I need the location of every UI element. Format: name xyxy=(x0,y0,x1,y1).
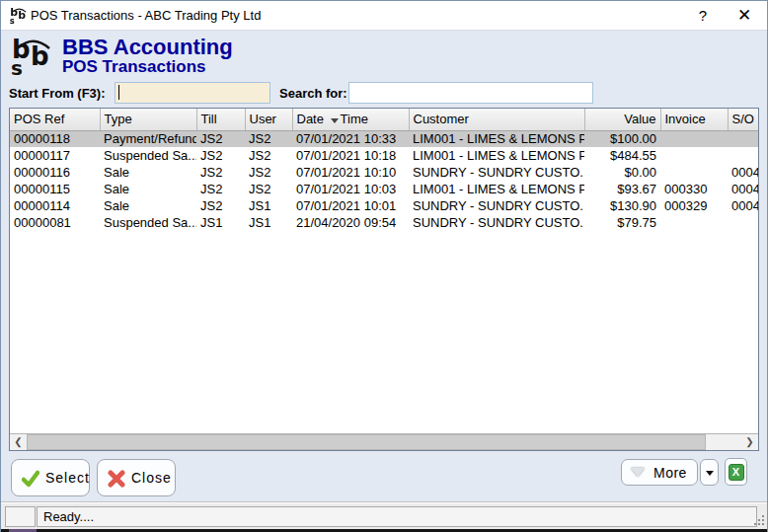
cell-user: JS2 xyxy=(245,130,292,147)
title-bar: b b s POS Transactions - ABC Trading Pty… xyxy=(1,1,767,31)
start-from-input[interactable] xyxy=(115,82,270,104)
transactions-grid: POS RefTypeTillUserDate TimeCustomerValu… xyxy=(9,108,759,451)
table-row[interactable]: 00000118Payment/RefundJS2JS207/01/2021 1… xyxy=(10,130,758,147)
column-header-user[interactable]: User xyxy=(245,109,292,130)
cell-till: JS2 xyxy=(196,164,245,181)
cell-so: 00042 xyxy=(728,197,758,214)
column-header-till[interactable]: Till xyxy=(196,109,245,130)
cell-user: JS2 xyxy=(245,147,292,164)
search-for-label: Search for: xyxy=(279,86,347,101)
cell-customer: SUNDRY - SUNDRY CUSTO... xyxy=(409,164,584,181)
cell-so xyxy=(728,214,758,231)
close-icon[interactable]: ✕ xyxy=(728,1,761,31)
cell-date-time: 07/01/2021 10:10 xyxy=(292,164,409,181)
cell-date-time: 21/04/2020 09:54 xyxy=(292,214,409,231)
more-button-label: More xyxy=(653,465,687,481)
cell-till: JS2 xyxy=(196,181,245,197)
cell-user: JS2 xyxy=(245,181,292,197)
cell-pos-ref: 00000115 xyxy=(10,181,100,197)
resize-grip[interactable] xyxy=(754,515,765,526)
column-header-so[interactable]: S/O xyxy=(728,109,758,130)
cell-till: JS2 xyxy=(196,130,245,147)
more-button[interactable]: More xyxy=(621,459,698,486)
cell-till: JS2 xyxy=(196,147,245,164)
column-header-pos-ref[interactable]: POS Ref xyxy=(10,109,100,130)
cell-pos-ref: 00000081 xyxy=(10,214,100,231)
column-header-type[interactable]: Type xyxy=(100,109,196,130)
cell-value: $484.55 xyxy=(584,147,660,164)
cell-type: Payment/Refund xyxy=(100,130,196,147)
cell-so xyxy=(728,130,758,147)
cell-customer: SUNDRY - SUNDRY CUSTO... xyxy=(409,197,584,214)
excel-icon: X xyxy=(729,464,744,481)
cell-invoice xyxy=(660,130,728,147)
help-button[interactable]: ? xyxy=(686,1,720,31)
cell-so xyxy=(728,147,758,164)
close-button[interactable]: Close xyxy=(97,459,176,496)
cell-till: JS1 xyxy=(196,214,245,231)
text-cursor xyxy=(118,85,119,100)
grid-header-row: POS RefTypeTillUserDate TimeCustomerValu… xyxy=(10,109,758,130)
cell-value: $100.00 xyxy=(584,130,660,147)
cell-user: JS2 xyxy=(245,164,292,181)
cell-type: Suspended Sa... xyxy=(100,147,196,164)
column-header-invoice[interactable]: Invoice xyxy=(660,109,728,130)
start-from-label: Start From (F3): xyxy=(9,86,106,101)
window-title: POS Transactions - ABC Trading Pty Ltd xyxy=(31,8,261,23)
cell-type: Sale xyxy=(100,164,196,181)
cell-value: $0.00 xyxy=(584,164,660,181)
cell-date-time: 07/01/2021 10:18 xyxy=(292,147,409,164)
scroll-left-icon[interactable]: ❮ xyxy=(10,434,27,450)
search-for-input[interactable] xyxy=(348,82,593,104)
status-message: Ready.... xyxy=(37,506,757,527)
cell-date-time: 07/01/2021 10:01 xyxy=(292,197,409,214)
cell-pos-ref: 00000116 xyxy=(10,164,100,181)
page-title: POS Transactions xyxy=(62,57,206,77)
select-button[interactable]: Select xyxy=(11,459,90,496)
cell-invoice xyxy=(660,164,728,181)
cell-customer: SUNDRY - SUNDRY CUSTO... xyxy=(409,214,584,231)
table-row[interactable]: 00000117Suspended Sa...JS2JS207/01/2021 … xyxy=(10,147,758,164)
table-row[interactable]: 00000115SaleJS2JS207/01/2021 10:03LIM001… xyxy=(10,181,758,197)
logo-arc xyxy=(9,38,54,84)
cell-value: $79.75 xyxy=(584,214,660,231)
cell-customer: LIM001 - LIMES & LEMONS P... xyxy=(409,181,584,197)
cell-invoice: 000330 xyxy=(660,181,728,197)
scrollbar-thumb[interactable] xyxy=(27,434,706,450)
cell-invoice xyxy=(660,214,728,231)
cell-type: Sale xyxy=(100,197,196,214)
app-icon: b b s xyxy=(9,8,17,16)
export-excel-button[interactable]: X xyxy=(725,458,747,486)
cell-pos-ref: 00000118 xyxy=(10,130,100,147)
table-row[interactable]: 00000116SaleJS2JS207/01/2021 10:10SUNDRY… xyxy=(10,164,758,181)
status-left-panel xyxy=(5,506,36,527)
grid-viewport: POS RefTypeTillUserDate TimeCustomerValu… xyxy=(10,109,758,433)
horizontal-scrollbar[interactable]: ❮ ❯ xyxy=(10,433,758,450)
cell-so: 00043 xyxy=(728,181,758,197)
cell-customer: LIM001 - LIMES & LEMONS P... xyxy=(409,130,584,147)
more-dropdown-button[interactable] xyxy=(700,459,719,486)
column-header-date-time[interactable]: Date Time xyxy=(292,109,409,130)
status-bar: Ready.... xyxy=(1,502,767,529)
cell-invoice xyxy=(660,147,728,164)
cell-so: 00043 xyxy=(728,164,758,181)
close-button-label: Close xyxy=(131,470,172,486)
cell-customer: LIM001 - LIMES & LEMONS P... xyxy=(409,147,584,164)
check-icon xyxy=(22,470,39,488)
cell-type: Sale xyxy=(100,181,196,197)
table-row[interactable]: 00000114SaleJS2JS107/01/2021 10:01SUNDRY… xyxy=(10,197,758,214)
cell-date-time: 07/01/2021 10:33 xyxy=(292,130,409,147)
cell-till: JS2 xyxy=(196,197,245,214)
pos-transactions-dialog: b b s POS Transactions - ABC Trading Pty… xyxy=(0,0,768,532)
column-header-customer[interactable]: Customer xyxy=(409,109,584,130)
cell-pos-ref: 00000117 xyxy=(10,147,100,164)
cell-type: Suspended Sa... xyxy=(100,214,196,231)
table-row[interactable]: 00000081Suspended Sa...JS1JS121/04/2020 … xyxy=(10,214,758,231)
cell-user: JS1 xyxy=(245,214,292,231)
chevron-down-icon xyxy=(631,468,645,477)
select-button-label: Select xyxy=(45,470,90,486)
scroll-right-icon[interactable]: ❯ xyxy=(741,434,758,450)
search-row: Start From (F3): Search for: xyxy=(1,82,767,106)
column-header-value[interactable]: Value xyxy=(584,109,660,130)
logo-arc xyxy=(9,8,28,27)
